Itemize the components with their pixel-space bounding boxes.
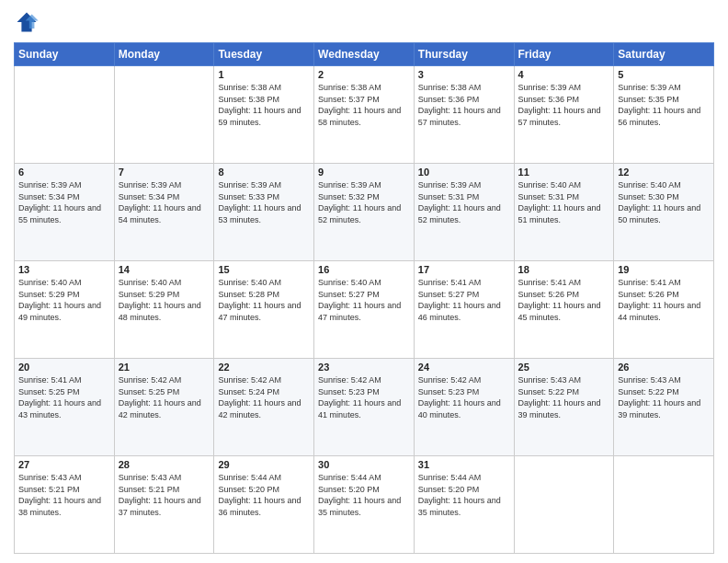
cell-info: Daylight: 11 hours and 43 minutes. <box>18 397 110 420</box>
day-number: 7 <box>119 167 210 178</box>
cell-info: Sunrise: 5:41 AM <box>18 374 110 386</box>
cell-info: Sunset: 5:32 PM <box>318 191 410 203</box>
calendar-cell <box>15 66 115 164</box>
cell-info: Sunrise: 5:43 AM <box>618 374 710 386</box>
calendar-cell: 6Sunrise: 5:39 AMSunset: 5:34 PMDaylight… <box>15 164 115 261</box>
calendar-header: SundayMondayTuesdayWednesdayThursdayFrid… <box>15 43 714 66</box>
day-header-tuesday: Tuesday <box>214 43 314 66</box>
cell-info: Sunset: 5:29 PM <box>18 289 110 301</box>
day-number: 13 <box>18 264 110 275</box>
cell-info: Daylight: 11 hours and 40 minutes. <box>418 397 510 420</box>
cell-info: Sunset: 5:30 PM <box>618 191 710 203</box>
cell-info: Sunrise: 5:42 AM <box>119 374 210 386</box>
cell-info: Daylight: 11 hours and 44 minutes. <box>618 300 710 323</box>
day-number: 16 <box>318 264 410 275</box>
cell-info: Daylight: 11 hours and 57 minutes. <box>518 105 610 128</box>
day-number: 1 <box>218 69 310 80</box>
cell-info: Sunset: 5:25 PM <box>18 386 110 398</box>
day-number: 10 <box>418 167 510 178</box>
calendar-cell: 25Sunrise: 5:43 AMSunset: 5:22 PMDayligh… <box>514 359 614 456</box>
calendar-cell: 10Sunrise: 5:39 AMSunset: 5:31 PMDayligh… <box>414 164 514 261</box>
calendar-cell: 17Sunrise: 5:41 AMSunset: 5:27 PMDayligh… <box>414 261 514 359</box>
cell-info: Daylight: 11 hours and 56 minutes. <box>618 105 710 128</box>
cell-info: Sunset: 5:20 PM <box>318 484 410 496</box>
calendar-table: SundayMondayTuesdayWednesdayThursdayFrid… <box>14 42 714 554</box>
calendar-cell: 4Sunrise: 5:39 AMSunset: 5:36 PMDaylight… <box>514 66 614 164</box>
cell-info: Daylight: 11 hours and 51 minutes. <box>518 202 610 225</box>
cell-info: Sunset: 5:29 PM <box>119 289 210 301</box>
calendar-body: 1Sunrise: 5:38 AMSunset: 5:38 PMDaylight… <box>15 66 714 554</box>
cell-info: Daylight: 11 hours and 57 minutes. <box>418 105 510 128</box>
calendar-cell: 28Sunrise: 5:43 AMSunset: 5:21 PMDayligh… <box>114 456 214 554</box>
day-number: 29 <box>218 459 310 470</box>
cell-info: Sunset: 5:38 PM <box>218 94 310 106</box>
cell-info: Sunrise: 5:43 AM <box>18 472 110 484</box>
day-number: 14 <box>119 264 210 275</box>
cell-info: Daylight: 11 hours and 37 minutes. <box>119 495 210 518</box>
day-number: 12 <box>618 167 710 178</box>
day-number: 3 <box>418 69 510 80</box>
cell-info: Sunrise: 5:39 AM <box>618 82 710 94</box>
cell-info: Daylight: 11 hours and 38 minutes. <box>18 495 110 518</box>
cell-info: Daylight: 11 hours and 47 minutes. <box>318 300 410 323</box>
calendar-cell: 8Sunrise: 5:39 AMSunset: 5:33 PMDaylight… <box>214 164 314 261</box>
day-number: 23 <box>318 362 410 373</box>
day-number: 6 <box>18 167 110 178</box>
calendar-cell: 23Sunrise: 5:42 AMSunset: 5:23 PMDayligh… <box>314 359 415 456</box>
day-number: 15 <box>218 264 310 275</box>
day-number: 8 <box>218 167 310 178</box>
day-number: 19 <box>618 264 710 275</box>
calendar-cell: 31Sunrise: 5:44 AMSunset: 5:20 PMDayligh… <box>414 456 514 554</box>
cell-info: Sunset: 5:31 PM <box>518 191 610 203</box>
cell-info: Sunrise: 5:43 AM <box>518 374 610 386</box>
calendar-cell: 9Sunrise: 5:39 AMSunset: 5:32 PMDaylight… <box>314 164 415 261</box>
cell-info: Daylight: 11 hours and 48 minutes. <box>119 300 210 323</box>
cell-info: Sunrise: 5:39 AM <box>218 179 310 191</box>
cell-info: Daylight: 11 hours and 55 minutes. <box>18 202 110 225</box>
cell-info: Daylight: 11 hours and 59 minutes. <box>218 105 310 128</box>
cell-info: Daylight: 11 hours and 45 minutes. <box>518 300 610 323</box>
cell-info: Sunrise: 5:44 AM <box>218 472 310 484</box>
cell-info: Daylight: 11 hours and 49 minutes. <box>18 300 110 323</box>
day-number: 5 <box>618 69 710 80</box>
cell-info: Sunset: 5:23 PM <box>318 386 410 398</box>
cell-info: Daylight: 11 hours and 39 minutes. <box>618 397 710 420</box>
logo <box>14 9 43 35</box>
cell-info: Sunrise: 5:43 AM <box>119 472 210 484</box>
cell-info: Daylight: 11 hours and 54 minutes. <box>119 202 210 225</box>
cell-info: Sunset: 5:22 PM <box>518 386 610 398</box>
cell-info: Sunset: 5:36 PM <box>418 94 510 106</box>
cell-info: Sunrise: 5:40 AM <box>218 277 310 289</box>
cell-info: Daylight: 11 hours and 52 minutes. <box>418 202 510 225</box>
day-number: 28 <box>119 459 210 470</box>
day-number: 25 <box>518 362 610 373</box>
cell-info: Sunrise: 5:40 AM <box>119 277 210 289</box>
day-header-saturday: Saturday <box>614 43 714 66</box>
calendar-cell: 15Sunrise: 5:40 AMSunset: 5:28 PMDayligh… <box>214 261 314 359</box>
calendar-cell: 1Sunrise: 5:38 AMSunset: 5:38 PMDaylight… <box>214 66 314 164</box>
cell-info: Sunrise: 5:41 AM <box>618 277 710 289</box>
cell-info: Sunrise: 5:39 AM <box>18 179 110 191</box>
day-header-sunday: Sunday <box>15 43 115 66</box>
calendar-cell: 27Sunrise: 5:43 AMSunset: 5:21 PMDayligh… <box>15 456 115 554</box>
cell-info: Sunset: 5:36 PM <box>518 94 610 106</box>
day-number: 20 <box>18 362 110 373</box>
cell-info: Sunrise: 5:40 AM <box>618 179 710 191</box>
cell-info: Sunrise: 5:40 AM <box>518 179 610 191</box>
cell-info: Daylight: 11 hours and 42 minutes. <box>119 397 210 420</box>
cell-info: Daylight: 11 hours and 41 minutes. <box>318 397 410 420</box>
calendar-cell: 22Sunrise: 5:42 AMSunset: 5:24 PMDayligh… <box>214 359 314 456</box>
cell-info: Daylight: 11 hours and 35 minutes. <box>418 495 510 518</box>
calendar-cell <box>514 456 614 554</box>
day-number: 31 <box>418 459 510 470</box>
day-header-wednesday: Wednesday <box>314 43 415 66</box>
cell-info: Sunset: 5:23 PM <box>418 386 510 398</box>
cell-info: Daylight: 11 hours and 36 minutes. <box>218 495 310 518</box>
cell-info: Sunrise: 5:38 AM <box>218 82 310 94</box>
cell-info: Sunrise: 5:41 AM <box>518 277 610 289</box>
header <box>14 9 714 35</box>
day-number: 26 <box>618 362 710 373</box>
calendar-cell: 3Sunrise: 5:38 AMSunset: 5:36 PMDaylight… <box>414 66 514 164</box>
cell-info: Sunset: 5:35 PM <box>618 94 710 106</box>
page: SundayMondayTuesdayWednesdayThursdayFrid… <box>0 0 728 563</box>
